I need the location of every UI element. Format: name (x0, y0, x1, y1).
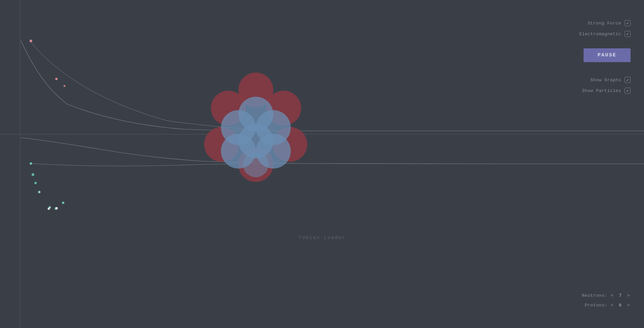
particle-dot-cyan (32, 173, 34, 176)
show-graphs-toggle[interactable]: Show Graphs (590, 77, 631, 83)
neutron (243, 152, 269, 177)
strong-force-curve-lower (21, 138, 644, 164)
particle-dot-cyan (38, 191, 41, 193)
neutrons-decrement[interactable]: < (610, 293, 614, 298)
bottom-controls: Neutrons: < 7 > Protons: < 6 > (581, 293, 631, 308)
neutrons-label: Neutrons: (581, 293, 607, 298)
protons-label: Protons: (581, 303, 607, 308)
particle-dot-white (56, 207, 58, 209)
protons-value: 6 (617, 303, 624, 308)
strong-force-curve-upper (21, 40, 644, 131)
neutrons-stepper: Neutrons: < 7 > (581, 293, 631, 298)
show-graphs-checkbox[interactable] (625, 77, 631, 83)
protons-decrement[interactable]: < (610, 303, 614, 308)
particle-dot (30, 40, 32, 42)
protons-increment[interactable]: > (627, 303, 631, 308)
electromagnetic-checkbox[interactable] (625, 31, 631, 37)
particle-dot-white (48, 208, 50, 210)
pause-button[interactable]: PAUSE (584, 48, 631, 62)
particle-dot-cyan (62, 202, 64, 204)
controls-panel: Strong Force Electromagnetic PAUSE Show … (579, 20, 631, 94)
electromagnetic-label: Electromagnetic (579, 32, 621, 37)
simulation-canvas (0, 0, 644, 328)
particle-dot (63, 85, 65, 87)
strong-force-toggle[interactable]: Strong Force (588, 20, 631, 26)
particle-dot (55, 78, 58, 80)
neutrons-increment[interactable]: > (627, 293, 631, 298)
show-particles-label: Show Particles (582, 88, 622, 93)
strong-force-label: Strong Force (588, 21, 621, 26)
show-graphs-label: Show Graphs (590, 78, 621, 83)
show-particles-checkbox[interactable] (625, 88, 631, 94)
protons-stepper: Protons: < 6 > (581, 303, 631, 308)
particle-dot-cyan (35, 182, 37, 184)
electromagnetic-toggle[interactable]: Electromagnetic (579, 31, 631, 37)
strong-force-checkbox[interactable] (625, 20, 631, 26)
particle-dot-cyan (30, 162, 32, 165)
neutrons-value: 7 (617, 293, 624, 298)
show-particles-toggle[interactable]: Show Particles (582, 88, 631, 94)
